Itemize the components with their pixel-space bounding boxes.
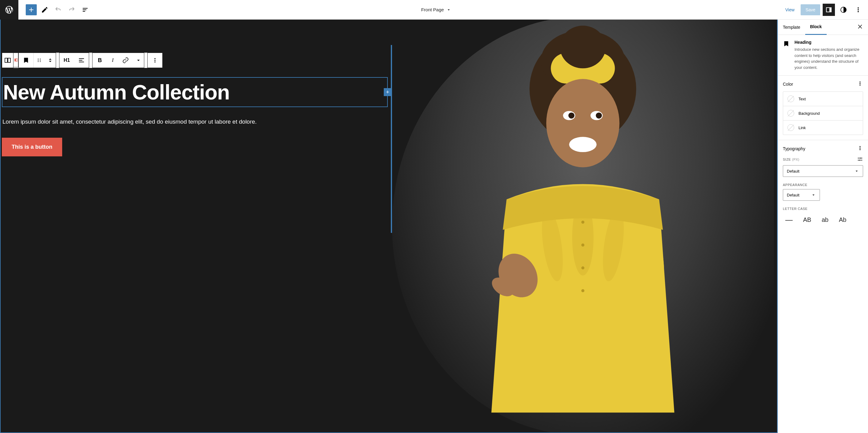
block-description: Introduce new sections and organize cont… — [795, 46, 863, 70]
block-toolbar: H1 B I — [2, 53, 163, 68]
person-illustration — [392, 20, 774, 432]
letter-case-cap[interactable]: Ab — [836, 215, 849, 225]
svg-point-27 — [596, 112, 602, 119]
block-options-button[interactable] — [148, 53, 162, 68]
size-settings-button[interactable] — [857, 156, 863, 163]
image-block[interactable] — [389, 20, 777, 432]
svg-rect-1 — [829, 8, 831, 12]
undo-icon — [55, 6, 62, 13]
letter-case-lower[interactable]: ab — [819, 215, 831, 225]
color-swatch-none — [787, 110, 794, 116]
editor-canvas[interactable]: H1 B I — [0, 20, 778, 433]
tab-block[interactable]: Block — [805, 20, 827, 35]
svg-point-38 — [581, 266, 584, 269]
more-vertical-icon — [855, 6, 862, 13]
bookmark-icon — [23, 57, 29, 64]
drag-icon — [36, 57, 42, 63]
add-block-button[interactable] — [26, 4, 37, 15]
svg-point-39 — [581, 289, 584, 292]
svg-point-46 — [860, 158, 861, 159]
size-select[interactable]: Default — [783, 165, 863, 177]
svg-point-16 — [154, 58, 156, 59]
redo-button[interactable] — [66, 4, 77, 15]
align-button[interactable] — [74, 53, 89, 68]
svg-point-3 — [858, 7, 859, 8]
svg-point-5 — [858, 11, 859, 12]
more-vertical-icon — [152, 57, 158, 64]
bookmark-icon — [783, 40, 789, 47]
bold-button[interactable]: B — [93, 53, 107, 68]
chevron-updown-icon — [47, 57, 53, 63]
redo-icon — [68, 6, 75, 13]
color-swatch-none — [787, 96, 794, 102]
svg-point-23 — [547, 79, 620, 167]
svg-rect-6 — [5, 58, 7, 62]
svg-point-4 — [858, 9, 859, 10]
svg-point-28 — [569, 137, 597, 152]
block-type-button[interactable] — [19, 53, 33, 68]
appearance-select[interactable]: Default — [783, 189, 820, 201]
more-vertical-icon — [857, 80, 863, 87]
block-title: Heading — [795, 40, 863, 45]
heading-block[interactable]: New Autumn Collection + — [2, 77, 388, 107]
parent-block-button[interactable] — [2, 53, 13, 68]
contrast-icon — [840, 6, 847, 13]
color-text-row[interactable]: Text — [783, 92, 863, 106]
tab-template[interactable]: Template — [778, 20, 805, 35]
sliders-icon — [857, 156, 863, 162]
move-buttons[interactable] — [45, 53, 56, 68]
color-panel-options[interactable] — [857, 80, 863, 88]
options-button[interactable] — [852, 4, 864, 16]
svg-point-36 — [581, 221, 584, 224]
styles-button[interactable] — [837, 4, 849, 16]
italic-button[interactable]: I — [107, 53, 118, 68]
undo-button[interactable] — [53, 4, 64, 15]
add-block-handle[interactable]: + — [384, 88, 392, 96]
parent-indicator[interactable] — [13, 53, 19, 67]
letter-case-upper[interactable]: AB — [801, 215, 814, 225]
svg-point-17 — [154, 60, 156, 61]
svg-point-13 — [40, 59, 41, 60]
plus-icon — [28, 6, 35, 13]
view-button[interactable]: View — [782, 5, 798, 15]
sidebar-toggle-button[interactable] — [823, 4, 835, 16]
svg-point-40 — [860, 81, 860, 82]
wordpress-logo[interactable] — [0, 0, 19, 20]
edit-tools-button[interactable] — [39, 4, 50, 15]
svg-point-18 — [154, 62, 156, 63]
chevron-down-icon — [446, 7, 451, 12]
color-swatch-none — [787, 124, 794, 131]
svg-point-42 — [860, 85, 860, 86]
link-icon — [122, 57, 129, 64]
pencil-icon — [41, 6, 49, 13]
typography-panel-options[interactable] — [857, 145, 863, 153]
heading-level-button[interactable]: H1 — [59, 53, 74, 68]
drag-handle[interactable] — [34, 53, 45, 68]
link-button[interactable] — [118, 53, 133, 68]
heading-text[interactable]: New Autumn Collection — [3, 80, 386, 104]
close-sidebar-button[interactable] — [852, 24, 868, 31]
letter-case-label: LETTER CASE — [783, 207, 808, 210]
color-link-row[interactable]: Link — [783, 121, 863, 135]
more-formatting-button[interactable] — [133, 53, 144, 68]
list-icon — [82, 6, 89, 13]
color-text-label: Text — [799, 97, 806, 101]
paragraph-block[interactable]: Lorem ipsum dolor sit amet, consectetur … — [2, 117, 388, 127]
svg-point-22 — [560, 26, 606, 68]
color-panel-title: Color — [783, 82, 793, 87]
svg-rect-8 — [14, 59, 16, 61]
color-background-row[interactable]: Background — [783, 106, 863, 121]
close-icon — [857, 24, 863, 30]
cta-button-block[interactable]: This is a button — [2, 138, 62, 156]
svg-point-10 — [38, 59, 39, 60]
save-button[interactable]: Save — [801, 4, 820, 15]
svg-point-15 — [40, 61, 41, 62]
svg-point-33 — [572, 199, 594, 275]
appearance-value: Default — [787, 193, 799, 197]
svg-point-11 — [38, 60, 39, 61]
letter-case-none[interactable]: — — [783, 214, 795, 225]
svg-point-12 — [38, 61, 39, 62]
page-title-dropdown[interactable]: Front Page — [91, 7, 782, 12]
list-view-button[interactable] — [80, 4, 91, 15]
align-left-icon — [78, 57, 85, 64]
